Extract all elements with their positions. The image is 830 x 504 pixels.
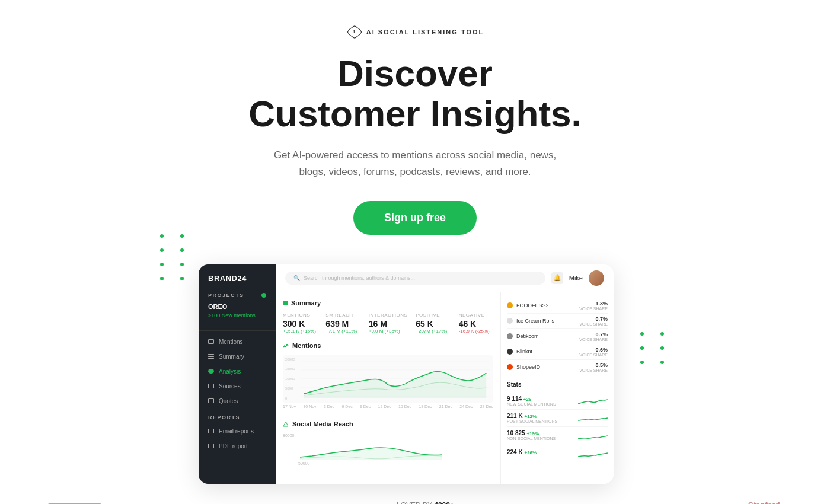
- sidebar-nav-pdf-report[interactable]: PDF report: [199, 439, 276, 454]
- right-item-shopeeid: ShopeeID 0.5% VOICE SHARE: [507, 360, 608, 375]
- nav-label-quotes: Quotes: [219, 398, 238, 404]
- sidebar-projects-header: PROJECTS: [199, 292, 276, 298]
- icecreamrolls-name: Ice Cream Rolls: [516, 318, 554, 324]
- foodfess2-name: FOODFESS2: [516, 302, 549, 308]
- stanford-logo-text: StanfordUniversity: [745, 500, 783, 504]
- sidebar-nav-mentions[interactable]: Mentions: [199, 334, 276, 349]
- detikcom-dot: [507, 333, 513, 339]
- blinknt-dot: [507, 349, 513, 355]
- dashboard-preview: BRAND24 PROJECTS OREO >100 New mentions …: [199, 264, 631, 484]
- notification-bell[interactable]: 🔔: [551, 272, 563, 284]
- stats-right-item-2: 211 K +12% POST SOCIAL MENTIONS: [507, 410, 608, 427]
- hero-subtitle: Get AI-powered access to mentions across…: [267, 147, 563, 179]
- stat-interactions-change: +9.0 M (+35%): [369, 328, 408, 334]
- badge-label: AI SOCIAL LISTENING TOOL: [366, 28, 484, 36]
- right-item-icecreamrolls: Ice Cream Rolls 0.7% VOICE SHARE: [507, 314, 608, 329]
- topbar-avatar: [589, 270, 604, 286]
- stats-row: MENTIONS 300 K +35.1 K (+15%) SM REACH 6…: [283, 312, 493, 334]
- hero-section: 1 AI SOCIAL LISTENING TOOL Discover Cust…: [0, 0, 830, 484]
- sidebar-nav-sources[interactable]: Sources: [199, 379, 276, 394]
- badge-icon: 1: [346, 24, 363, 40]
- stat-mentions-label: MENTIONS: [283, 312, 317, 318]
- quotes-icon: [208, 398, 214, 403]
- loved-by-section: LOVED BY 4000+ BRANDS OF ALL SIZES: [387, 500, 465, 504]
- topbar-right: 🔔 Mike: [551, 270, 604, 286]
- detikcom-name: Detikcom: [516, 333, 539, 339]
- sidebar-nav-analysis[interactable]: Analysis: [199, 364, 276, 379]
- stats-section-right: Stats 9 114 +26 NEW SOCIAL MENTIONS: [507, 381, 608, 461]
- shopeeid-stats: 0.5% VOICE SHARE: [579, 362, 608, 372]
- svg-marker-6: [283, 422, 288, 426]
- nav-label-analysis: Analysis: [219, 368, 241, 375]
- left-panel: Summary MENTIONS 300 K +35.1 K (+15%) SM…: [276, 292, 501, 484]
- right-item-detikcom: Detikcom 0.7% VOICE SHARE: [507, 329, 608, 344]
- hero-title: Discover Customer Insights.: [248, 53, 582, 134]
- sparkline-3: [578, 429, 608, 441]
- signup-button[interactable]: Sign up free: [353, 201, 477, 235]
- content-panels: Summary MENTIONS 300 K +35.1 K (+15%) SM…: [276, 292, 614, 484]
- brand-stanford: StanfordUniversity: [745, 500, 783, 504]
- chart-y-labels: 20000 15000 10000 5000 0: [285, 358, 295, 400]
- topbar-username: Mike: [569, 275, 583, 282]
- sidebar-nav-email-reports[interactable]: Email reports: [199, 424, 276, 439]
- stat-negative-label: NEGATIVE: [459, 312, 493, 318]
- stat-positive-value: 65 K: [416, 319, 450, 328]
- stat-smreach: SM REACH 639 M +7.1 M (+11%): [325, 312, 360, 334]
- foodfess2-dot: [507, 302, 513, 308]
- stats-right-left-1: 9 114 +26 NEW SOCIAL MENTIONS: [507, 395, 556, 406]
- stat-mentions: MENTIONS 300 K +35.1 K (+15%): [283, 312, 317, 334]
- mentions-icon: [208, 339, 214, 344]
- decorative-dots-left: [160, 234, 190, 280]
- stat-positive-label: POSITIVE: [416, 312, 450, 318]
- mentions-chart: 20000 15000 10000 5000 0: [283, 355, 493, 403]
- sidebar-brand: BRAND24: [199, 274, 276, 283]
- stat-mentions-change: +35.1 K (+15%): [283, 328, 317, 334]
- summary-icon-green: [283, 301, 288, 305]
- sidebar-nav-quotes[interactable]: Quotes: [199, 394, 276, 409]
- analysis-icon: [208, 369, 214, 374]
- icecreamrolls-stats: 0.7% VOICE SHARE: [579, 316, 608, 326]
- svg-text:1: 1: [353, 28, 356, 34]
- project-status-dot: [261, 293, 266, 298]
- search-icon: 🔍: [293, 275, 300, 281]
- nav-label-summary: Summary: [219, 353, 244, 360]
- stat-smreach-label: SM REACH: [325, 312, 360, 318]
- search-bar[interactable]: 🔍 Search through mentions, authors & dom…: [285, 272, 545, 285]
- badge: 1 AI SOCIAL LISTENING TOOL: [346, 24, 484, 40]
- stat-positive-change: +297M (+17%): [416, 328, 450, 334]
- top-sources-section: FOODFESS2 1.3% VOICE SHARE Ic: [507, 298, 608, 375]
- social-reach-section: Social Media Reach 80000: [283, 417, 493, 465]
- right-panel: FOODFESS2 1.3% VOICE SHARE Ic: [501, 292, 614, 484]
- email-reports-icon: [208, 429, 214, 433]
- summary-section-title: Summary: [283, 299, 493, 307]
- stats-right-title: Stats: [507, 381, 608, 388]
- reach-chart-svg: [300, 433, 442, 460]
- sparkline-1: [578, 395, 608, 407]
- right-item-blinknt: Blinknt 0.6% VOICE SHARE: [507, 344, 608, 360]
- sparkline-4: [578, 446, 608, 458]
- summary-icon: [208, 354, 214, 359]
- foodfess2-stats: 1.3% VOICE SHARE: [579, 301, 608, 311]
- reach-icon: [283, 421, 289, 427]
- pdf-report-icon: [208, 444, 214, 448]
- sidebar-nav-summary[interactable]: Summary: [199, 349, 276, 364]
- stat-negative: NEGATIVE 46 K -16.9 K (-25%): [459, 312, 493, 334]
- blinknt-name: Blinknt: [516, 349, 532, 355]
- nav-label-sources: Sources: [219, 383, 241, 390]
- decorative-dots-right: [640, 332, 670, 364]
- mentions-chart-svg: [283, 355, 493, 403]
- search-placeholder: Search through mentions, authors & domai…: [304, 275, 415, 281]
- nav-label-pdf-report: PDF report: [219, 443, 248, 449]
- chart-icon: [283, 343, 289, 349]
- shopeeid-dot: [507, 364, 513, 370]
- mentions-chart-section: Mentions 20000 15000 10000 5000 0: [283, 342, 493, 409]
- sidebar-project-sub: >100 New mentions: [199, 312, 276, 318]
- stats-right-item-1: 9 114 +26 NEW SOCIAL MENTIONS: [507, 393, 608, 410]
- nav-label-email-reports: Email reports: [219, 428, 254, 435]
- stats-right-left-2: 211 K +12% POST SOCIAL MENTIONS: [507, 413, 557, 423]
- sidebar-project-name: OREO: [199, 303, 276, 310]
- chart-labels: 17 Nov 30 Nov 3 Dec 6 Dec 9 Dec 12 Dec 1…: [283, 404, 493, 409]
- stat-mentions-value: 300 K: [283, 319, 317, 328]
- dashboard-main: 🔍 Search through mentions, authors & dom…: [276, 264, 614, 484]
- stats-right-left-4: 224 K +26%: [507, 449, 537, 455]
